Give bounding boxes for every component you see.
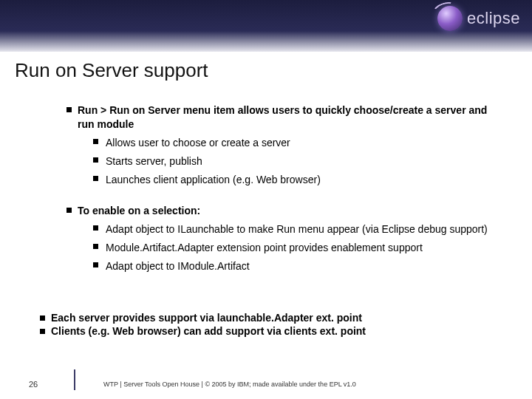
sub-bullet-launches-client: Launches client application (e.g. Web br… [93, 173, 502, 187]
bullet-to-enable: To enable on a selection: [66, 204, 502, 218]
bullet-text: To enable on a selection: [78, 204, 200, 218]
bullet-run-on-server: Run > Run on Server menu item allows use… [66, 103, 502, 132]
bullet-square-icon [66, 107, 72, 112]
footer: 26 WTP | Server Tools Open House | © 200… [0, 369, 532, 399]
eclipse-orb-icon [437, 6, 463, 31]
sub-bullet-module-artifact-adapter: Module.Artifact.Adapter extension point … [93, 241, 502, 255]
bullet-text: Starts server, publish [106, 154, 202, 168]
bullet-text: Launches client application (e.g. Web br… [106, 173, 321, 187]
sub-bullet-choose-create: Allows user to choose or create a server [93, 136, 502, 150]
eclipse-logo: eclipse [437, 6, 520, 31]
slide-title: Run on Server support [15, 59, 208, 82]
sub-bullet-adapt-imoduleartifact: Adapt object to IModule.Artifact [93, 259, 502, 273]
bullet-square-icon [93, 157, 98, 163]
bullet-square-icon [93, 262, 98, 267]
lower-bullets: Each server provides support via launcha… [40, 310, 502, 337]
bullet-square-icon [93, 244, 98, 249]
bullet-square-icon [40, 316, 45, 321]
bullet-text: Adapt object to IModule.Artifact [106, 259, 250, 273]
bullet-square-icon [93, 139, 98, 144]
footer-text: WTP | Server Tools Open House | © 2005 b… [103, 381, 356, 388]
slide-body: Run > Run on Server menu item allows use… [66, 103, 502, 275]
bullet-text: Clients (e.g. Web browser) can add suppo… [51, 325, 366, 337]
bullet-square-icon [40, 329, 45, 334]
bullet-clients: Clients (e.g. Web browser) can add suppo… [40, 325, 502, 337]
eclipse-logo-text: eclipse [467, 9, 520, 28]
sub-bullet-adapt-ilaunchable: Adapt object to ILaunchable to make Run … [93, 222, 502, 236]
bullet-text: Adapt object to ILaunchable to make Run … [106, 222, 488, 236]
sub-bullet-starts-publish: Starts server, publish [93, 154, 502, 168]
bullet-text: Module.Artifact.Adapter extension point … [106, 241, 423, 255]
bullet-each-server: Each server provides support via launcha… [40, 312, 502, 324]
header-banner: eclipse [0, 0, 532, 52]
bullet-square-icon [93, 176, 98, 181]
page-number: 26 [0, 380, 66, 389]
bullet-text: Run > Run on Server menu item allows use… [78, 103, 502, 132]
slide: eclipse Run on Server support Run > Run … [0, 0, 532, 399]
bullet-text: Each server provides support via launcha… [51, 312, 362, 324]
bullet-text: Allows user to choose or create a server [106, 136, 290, 150]
bullet-square-icon [66, 208, 72, 213]
bullet-square-icon [93, 225, 98, 231]
